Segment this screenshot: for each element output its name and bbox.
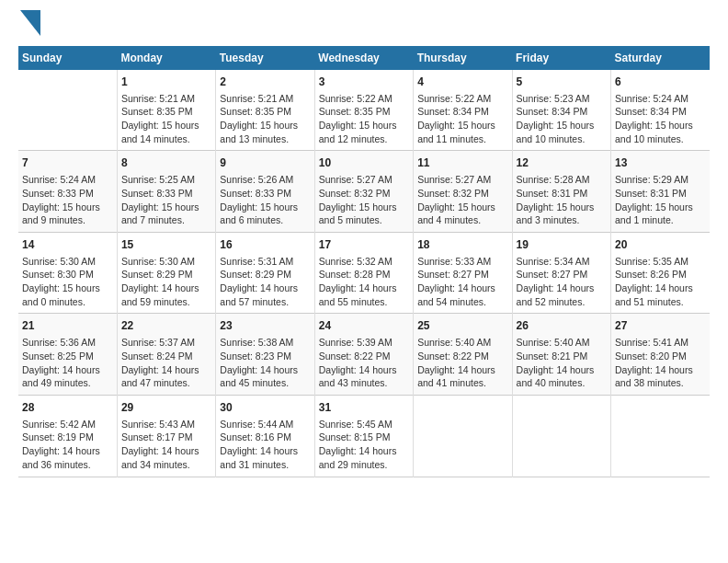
day-cell: 16Sunrise: 5:31 AM Sunset: 8:29 PM Dayli… [216, 232, 314, 314]
day-info: Sunrise: 5:27 AM Sunset: 8:32 PM Dayligh… [319, 173, 409, 227]
day-info: Sunrise: 5:40 AM Sunset: 8:22 PM Dayligh… [417, 336, 507, 390]
day-number: 28 [22, 400, 113, 416]
day-number: 23 [220, 318, 310, 334]
day-number: 6 [615, 75, 706, 90]
day-info: Sunrise: 5:22 AM Sunset: 8:35 PM Dayligh… [319, 92, 409, 146]
day-info: Sunrise: 5:44 AM Sunset: 8:16 PM Dayligh… [220, 418, 310, 472]
day-info: Sunrise: 5:28 AM Sunset: 8:31 PM Dayligh… [517, 173, 607, 227]
day-cell: 23Sunrise: 5:38 AM Sunset: 8:23 PM Dayli… [216, 314, 314, 396]
day-cell: 17Sunrise: 5:32 AM Sunset: 8:28 PM Dayli… [314, 232, 413, 314]
day-info: Sunrise: 5:25 AM Sunset: 8:33 PM Dayligh… [121, 173, 211, 227]
day-info: Sunrise: 5:24 AM Sunset: 8:34 PM Dayligh… [615, 92, 706, 146]
day-info: Sunrise: 5:31 AM Sunset: 8:29 PM Dayligh… [220, 255, 310, 309]
day-cell: 10Sunrise: 5:27 AM Sunset: 8:32 PM Dayli… [314, 151, 413, 233]
day-number: 27 [615, 318, 706, 334]
week-row-3: 14Sunrise: 5:30 AM Sunset: 8:30 PM Dayli… [18, 232, 710, 314]
day-cell: 25Sunrise: 5:40 AM Sunset: 8:22 PM Dayli… [414, 314, 512, 396]
day-cell: 26Sunrise: 5:40 AM Sunset: 8:21 PM Dayli… [512, 314, 610, 396]
day-number: 20 [615, 237, 706, 253]
week-row-5: 28Sunrise: 5:42 AM Sunset: 8:19 PM Dayli… [18, 395, 710, 477]
week-row-1: 1Sunrise: 5:21 AM Sunset: 8:35 PM Daylig… [18, 70, 710, 151]
day-number: 5 [517, 75, 607, 90]
day-info: Sunrise: 5:39 AM Sunset: 8:22 PM Dayligh… [319, 336, 409, 390]
day-number: 13 [615, 155, 706, 171]
col-header-saturday: Saturday [611, 46, 710, 70]
day-cell: 19Sunrise: 5:34 AM Sunset: 8:27 PM Dayli… [512, 232, 610, 314]
day-number: 30 [220, 400, 310, 416]
day-info: Sunrise: 5:21 AM Sunset: 8:35 PM Dayligh… [121, 92, 211, 146]
day-info: Sunrise: 5:30 AM Sunset: 8:29 PM Dayligh… [121, 255, 211, 309]
day-cell: 27Sunrise: 5:41 AM Sunset: 8:20 PM Dayli… [611, 314, 710, 396]
day-cell: 20Sunrise: 5:35 AM Sunset: 8:26 PM Dayli… [611, 232, 710, 314]
day-cell: 8Sunrise: 5:25 AM Sunset: 8:33 PM Daylig… [117, 151, 215, 233]
day-number: 10 [319, 155, 409, 171]
day-cell: 2Sunrise: 5:21 AM Sunset: 8:35 PM Daylig… [216, 70, 314, 151]
day-cell: 13Sunrise: 5:29 AM Sunset: 8:31 PM Dayli… [611, 151, 710, 233]
col-header-wednesday: Wednesday [314, 46, 413, 70]
day-number: 1 [121, 75, 211, 90]
day-number: 14 [22, 237, 113, 253]
day-number: 26 [517, 318, 607, 334]
day-info: Sunrise: 5:35 AM Sunset: 8:26 PM Dayligh… [615, 255, 706, 309]
svg-marker-0 [20, 10, 40, 36]
day-info: Sunrise: 5:27 AM Sunset: 8:32 PM Dayligh… [417, 173, 507, 227]
col-header-friday: Friday [512, 46, 610, 70]
day-cell: 4Sunrise: 5:22 AM Sunset: 8:34 PM Daylig… [414, 70, 512, 151]
logo-icon [20, 10, 40, 36]
day-cell: 24Sunrise: 5:39 AM Sunset: 8:22 PM Dayli… [314, 314, 413, 396]
day-number: 4 [417, 75, 507, 90]
day-cell: 30Sunrise: 5:44 AM Sunset: 8:16 PM Dayli… [216, 395, 314, 477]
day-info: Sunrise: 5:26 AM Sunset: 8:33 PM Dayligh… [220, 173, 310, 227]
day-cell: 1Sunrise: 5:21 AM Sunset: 8:35 PM Daylig… [117, 70, 215, 151]
day-cell: 11Sunrise: 5:27 AM Sunset: 8:32 PM Dayli… [414, 151, 512, 233]
day-cell: 6Sunrise: 5:24 AM Sunset: 8:34 PM Daylig… [611, 70, 710, 151]
day-cell: 22Sunrise: 5:37 AM Sunset: 8:24 PM Dayli… [117, 314, 215, 396]
day-info: Sunrise: 5:38 AM Sunset: 8:23 PM Dayligh… [220, 336, 310, 390]
day-info: Sunrise: 5:37 AM Sunset: 8:24 PM Dayligh… [121, 336, 211, 390]
day-cell: 29Sunrise: 5:43 AM Sunset: 8:17 PM Dayli… [117, 395, 215, 477]
day-info: Sunrise: 5:43 AM Sunset: 8:17 PM Dayligh… [121, 418, 211, 472]
col-header-tuesday: Tuesday [216, 46, 314, 70]
day-cell: 15Sunrise: 5:30 AM Sunset: 8:29 PM Dayli… [117, 232, 215, 314]
day-cell: 7Sunrise: 5:24 AM Sunset: 8:33 PM Daylig… [18, 151, 117, 233]
day-number: 15 [121, 237, 211, 253]
logo [18, 18, 40, 37]
week-row-4: 21Sunrise: 5:36 AM Sunset: 8:25 PM Dayli… [18, 314, 710, 396]
col-header-thursday: Thursday [414, 46, 512, 70]
day-number: 12 [517, 155, 607, 171]
calendar-table: SundayMondayTuesdayWednesdayThursdayFrid… [18, 46, 710, 477]
col-header-monday: Monday [117, 46, 215, 70]
day-info: Sunrise: 5:34 AM Sunset: 8:27 PM Dayligh… [517, 255, 607, 309]
day-number: 29 [121, 400, 211, 416]
day-cell: 5Sunrise: 5:23 AM Sunset: 8:34 PM Daylig… [512, 70, 610, 151]
day-info: Sunrise: 5:21 AM Sunset: 8:35 PM Dayligh… [220, 92, 310, 146]
day-info: Sunrise: 5:40 AM Sunset: 8:21 PM Dayligh… [517, 336, 607, 390]
week-row-2: 7Sunrise: 5:24 AM Sunset: 8:33 PM Daylig… [18, 151, 710, 233]
day-cell: 21Sunrise: 5:36 AM Sunset: 8:25 PM Dayli… [18, 314, 117, 396]
day-cell: 3Sunrise: 5:22 AM Sunset: 8:35 PM Daylig… [314, 70, 413, 151]
day-number: 17 [319, 237, 409, 253]
day-info: Sunrise: 5:23 AM Sunset: 8:34 PM Dayligh… [517, 92, 607, 146]
day-number: 9 [220, 155, 310, 171]
day-cell [414, 395, 512, 477]
day-info: Sunrise: 5:33 AM Sunset: 8:27 PM Dayligh… [417, 255, 507, 309]
day-number: 11 [417, 155, 507, 171]
day-number: 31 [319, 400, 409, 416]
day-cell: 28Sunrise: 5:42 AM Sunset: 8:19 PM Dayli… [18, 395, 117, 477]
col-header-sunday: Sunday [18, 46, 117, 70]
day-cell: 14Sunrise: 5:30 AM Sunset: 8:30 PM Dayli… [18, 232, 117, 314]
day-cell: 12Sunrise: 5:28 AM Sunset: 8:31 PM Dayli… [512, 151, 610, 233]
day-number: 24 [319, 318, 409, 334]
day-cell [18, 70, 117, 151]
day-info: Sunrise: 5:22 AM Sunset: 8:34 PM Dayligh… [417, 92, 507, 146]
day-info: Sunrise: 5:45 AM Sunset: 8:15 PM Dayligh… [319, 418, 409, 472]
day-number: 3 [319, 75, 409, 90]
day-cell: 9Sunrise: 5:26 AM Sunset: 8:33 PM Daylig… [216, 151, 314, 233]
day-cell: 31Sunrise: 5:45 AM Sunset: 8:15 PM Dayli… [314, 395, 413, 477]
day-number: 8 [121, 155, 211, 171]
day-info: Sunrise: 5:36 AM Sunset: 8:25 PM Dayligh… [22, 336, 113, 390]
day-number: 2 [220, 75, 310, 90]
day-info: Sunrise: 5:30 AM Sunset: 8:30 PM Dayligh… [22, 255, 113, 309]
day-info: Sunrise: 5:29 AM Sunset: 8:31 PM Dayligh… [615, 173, 706, 227]
day-number: 7 [22, 155, 113, 171]
